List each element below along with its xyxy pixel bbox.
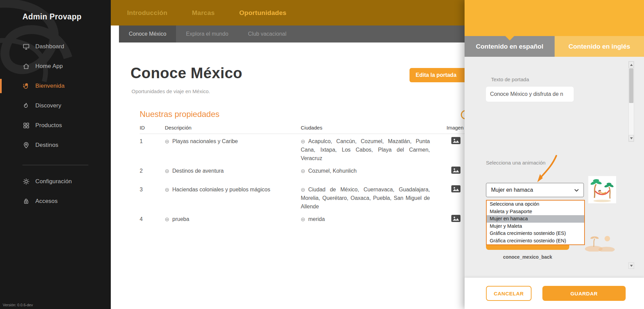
sidebar: Admin Provapp Dashboard Home App bbox=[0, 0, 111, 309]
option-mujer-hamaca[interactable]: Mujer en hamaca bbox=[487, 215, 584, 223]
image-thumbnail-icon[interactable] bbox=[451, 215, 460, 224]
scrollbar-thumb[interactable] bbox=[629, 68, 633, 103]
gear-icon bbox=[22, 178, 30, 185]
cell-id: 2 bbox=[140, 167, 165, 176]
animation-select[interactable]: Mujer en hamaca bbox=[486, 183, 584, 197]
bullseye-icon bbox=[165, 216, 172, 222]
bullseye-icon bbox=[165, 187, 172, 192]
sidebar-item-label: Accesos bbox=[35, 198, 58, 205]
sidebar-item-label: Bienvenida bbox=[35, 83, 65, 89]
panel-tabs: Contenido en español Contenido en inglés bbox=[465, 36, 644, 57]
descripcion-text: Haciendas coloniales y pueblos mágicos bbox=[172, 187, 270, 192]
sidebar-item-label: Home App bbox=[35, 63, 63, 70]
version-text: Versión: 0.0.6-dev bbox=[3, 303, 33, 307]
sidebar-item-dashboard[interactable]: Dashboard bbox=[0, 37, 111, 56]
cover-image-name: conoce_mexico_back bbox=[486, 254, 569, 260]
cell-id: 3 bbox=[140, 185, 165, 211]
monitor-icon bbox=[22, 43, 30, 50]
sidebar-item-label: Configuración bbox=[35, 178, 72, 185]
image-thumbnail-icon[interactable] bbox=[451, 137, 460, 147]
image-thumbnail-icon[interactable] bbox=[451, 185, 460, 195]
cell-ciudades: Acapulco, Cancún, Cozumel, Mazatlán, Pun… bbox=[301, 137, 443, 162]
table-header: ID Descripción Ciudades Imagen bbox=[140, 125, 520, 134]
tab-introduccion[interactable]: Introducción bbox=[127, 9, 168, 17]
wave-hand-icon bbox=[22, 82, 30, 90]
outer-scrollbar[interactable] bbox=[628, 262, 634, 269]
cover-text-input[interactable] bbox=[486, 87, 574, 102]
triangle-down-icon bbox=[630, 137, 633, 139]
section-title: Nuestras propiedades bbox=[140, 109, 220, 119]
beach-preview-image bbox=[584, 234, 616, 252]
cell-ciudades: Cozumel, Kohunlich bbox=[301, 167, 443, 176]
lock-icon bbox=[22, 198, 30, 205]
sidebar-item-configuracion[interactable]: Configuración bbox=[0, 172, 111, 191]
bullseye-icon bbox=[165, 168, 172, 174]
app-root: Admin Provapp Dashboard Home App bbox=[0, 0, 644, 309]
table-row[interactable]: 3 Haciendas coloniales y pueblos mágicos… bbox=[140, 182, 520, 211]
table-row[interactable]: 1 Playas nacionales y Caribe Acapulco, C… bbox=[140, 134, 520, 162]
table-row[interactable]: 2 Destinos de aventura Cozumel, Kohunlic… bbox=[140, 164, 520, 176]
option-grafica-es[interactable]: Gráfica crecimiento sostenido (ES) bbox=[487, 230, 584, 237]
image-thumbnail-icon[interactable] bbox=[451, 167, 460, 176]
page-title: Conoce México bbox=[130, 65, 242, 82]
col-header-descripcion: Descripción bbox=[165, 125, 301, 131]
scroll-up-button[interactable] bbox=[629, 62, 634, 68]
animation-label: Selecciona una animación bbox=[486, 160, 545, 166]
option-grafica-en[interactable]: Gráfica crecimiento sostenido (EN) bbox=[487, 237, 584, 245]
subtab-explora-el-mundo[interactable]: Explora el mundo bbox=[176, 25, 238, 42]
grid-icon bbox=[22, 122, 30, 129]
cell-ciudades: Ciudad de México, Cuernavaca, Guadalajar… bbox=[301, 185, 443, 211]
ciudades-text: Cozumel, Kohunlich bbox=[308, 168, 356, 174]
bullseye-icon bbox=[301, 138, 308, 144]
tab-contenido-ingles[interactable]: Contenido en inglés bbox=[555, 36, 644, 57]
cancel-button[interactable]: CANCELAR bbox=[486, 286, 532, 301]
tab-oportunidades[interactable]: Oportunidades bbox=[239, 9, 286, 17]
content-editor-panel: Contenido en español Contenido en inglés… bbox=[465, 0, 644, 309]
descripcion-text: prueba bbox=[172, 216, 189, 222]
subtab-club-vacacional[interactable]: Club vacacional bbox=[238, 25, 296, 42]
app-title: Admin Provapp bbox=[22, 12, 111, 21]
option-maleta-pasaporte[interactable]: Maleta y Pasaporte bbox=[487, 208, 584, 216]
sidebar-item-discovery[interactable]: Discovery bbox=[0, 96, 111, 116]
sidebar-item-label: Dashboard bbox=[35, 43, 64, 50]
cell-id: 1 bbox=[140, 137, 165, 162]
flame-icon bbox=[22, 102, 30, 109]
sidebar-item-home-app[interactable]: Home App bbox=[0, 56, 111, 76]
bullseye-icon bbox=[301, 187, 308, 192]
sidebar-item-destinos[interactable]: Destinos bbox=[0, 135, 111, 155]
ciudades-text: merida bbox=[308, 216, 325, 222]
ciudades-text: Acapulco, Cancún, Cozumel, Mazatlán, Pun… bbox=[301, 138, 430, 161]
table-row[interactable]: 4 prueba merida bbox=[140, 212, 520, 224]
cell-id: 4 bbox=[140, 215, 165, 224]
home-icon bbox=[22, 63, 30, 70]
sidebar-item-accesos[interactable]: Accesos bbox=[0, 191, 111, 211]
panel-header bbox=[465, 0, 644, 36]
annotation-arrow bbox=[522, 153, 563, 187]
sidebar-item-label: Destinos bbox=[35, 142, 58, 149]
sidebar-nav: Dashboard Home App Bienvenida bbox=[0, 37, 111, 211]
scroll-down-button[interactable] bbox=[629, 135, 634, 141]
col-header-id: ID bbox=[140, 125, 165, 131]
sidebar-item-bienvenida[interactable]: Bienvenida bbox=[0, 76, 111, 96]
animation-preview-image bbox=[588, 176, 616, 203]
properties-table: ID Descripción Ciudades Imagen 1 Playas … bbox=[140, 125, 520, 224]
triangle-down-icon bbox=[630, 265, 633, 267]
triangle-up-icon bbox=[630, 64, 633, 66]
option-selecciona[interactable]: Selecciona una opción bbox=[487, 201, 584, 208]
scroll-down-button[interactable] bbox=[628, 262, 634, 269]
sidebar-divider bbox=[22, 165, 88, 165]
option-mujer-maleta[interactable]: Mujer y Maleta bbox=[487, 223, 584, 230]
save-button[interactable]: GUARDAR bbox=[542, 286, 626, 301]
tab-marcas[interactable]: Marcas bbox=[192, 9, 215, 17]
bullseye-icon bbox=[165, 138, 172, 144]
descripcion-text: Destinos de aventura bbox=[172, 168, 224, 174]
cell-ciudades: merida bbox=[301, 215, 443, 224]
sidebar-item-productos[interactable]: Productos bbox=[0, 116, 111, 135]
col-header-ciudades: Ciudades bbox=[301, 125, 443, 131]
chevron-down-icon bbox=[574, 187, 579, 193]
inner-scrollbar[interactable] bbox=[628, 61, 634, 142]
descripcion-text: Playas nacionales y Caribe bbox=[172, 138, 238, 144]
cover-text-label: Texto de portada bbox=[491, 76, 529, 82]
bullseye-icon bbox=[301, 168, 308, 174]
subtab-conoce-mexico[interactable]: Conoce México bbox=[119, 25, 176, 42]
